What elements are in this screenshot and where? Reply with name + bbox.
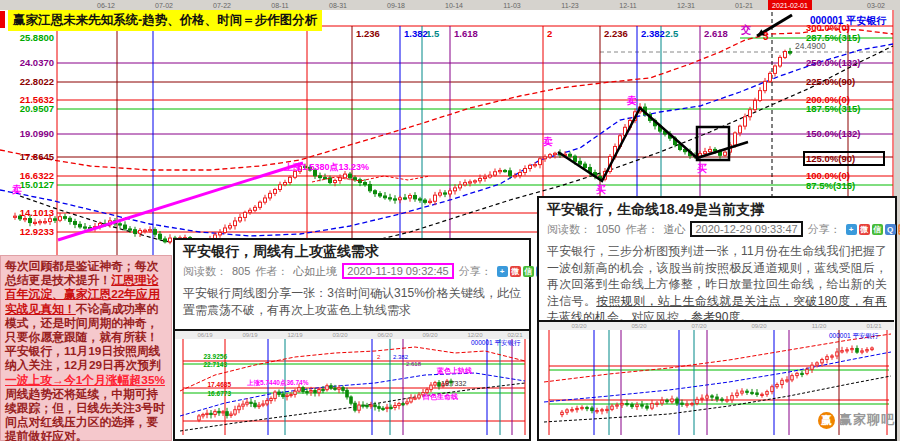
svg-text:2.382: 2.382 [393,354,409,360]
svg-text:1.236: 1.236 [356,28,380,39]
svg-text:08-31: 08-31 [329,2,347,9]
reads-label: 阅读数： [547,222,591,237]
svg-text:1.382: 1.382 [404,28,428,39]
popup-weekly-meta: 阅读数：805 作者：心如止境 2020-11-19 09:32:45 分享： … [183,263,521,279]
svg-text:18.7332: 18.7332 [441,380,466,387]
analyst-commentary-panel: 每次回顾都是鉴证神奇；每次总结更是技术提升！江恩理论百年沉淀、赢家江恩22年应用… [0,255,172,441]
weibo-icon[interactable]: 微 [859,224,870,235]
share-plus-icon[interactable]: + [497,266,508,277]
popup-weekly-analysis: 平安银行，周线有上攻蓝线需求 阅读数：805 作者：心如止境 2020-11-1… [173,238,531,441]
svg-text:12/19: 12/19 [287,332,303,338]
svg-text:2: 2 [377,354,381,360]
svg-text:07-02: 07-02 [155,2,173,9]
svg-text:24.0370: 24.0370 [20,57,54,68]
popup-daily-meta: 阅读数：1050 作者：道心 2020-12-29 09:33:47 分享： +… [547,221,887,237]
svg-text:87.5%(315): 87.5%(315) [806,180,855,191]
svg-text:01-21: 01-21 [735,2,753,9]
popup-weekly-body: 平安银行周线图分享一张：3倍时间确认315%价格关键线，此位置需震荡不破，有再次… [183,285,521,318]
share-plus-icon[interactable]: + [846,224,857,235]
svg-text:卖: 卖 [542,136,553,147]
svg-text:22.7143: 22.7143 [204,361,228,368]
svg-text:11-23: 11-23 [561,2,578,9]
svg-text:06/19: 06/19 [197,332,213,338]
svg-text:2: 2 [547,28,552,39]
popup-weekly-title: 平安银行，周线有上攻蓝线需求 [183,243,521,261]
author-name: 道心 [663,222,685,237]
yingjia-logo-icon: 赢 [818,412,835,429]
wechat-icon[interactable]: 信 [523,266,534,277]
svg-text:上涨1.5380点13.23%: 上涨1.5380点13.23% [283,162,369,172]
text-segment: 周线趋势还将延续，中期可持续跟踪；但，日线先关注3号时间点对红线压力区的选择，要… [5,387,165,441]
svg-text:000001 平安银行: 000001 平安银行 [829,332,879,339]
svg-text:08-11: 08-11 [271,2,288,9]
wechat-icon[interactable]: 信 [872,224,883,235]
svg-text:05/20: 05/20 [631,323,647,329]
svg-text:09/20: 09/20 [422,332,438,338]
popup-daily-title: 平安银行，生命线18.49是当前支撑 [547,201,887,219]
svg-text:09/20: 09/20 [751,323,767,329]
qq-icon[interactable]: Q [885,224,896,235]
reads-label: 阅读数： [183,264,227,279]
svg-text:24.4900: 24.4900 [795,41,826,51]
svg-text:19.0990: 19.0990 [20,128,54,139]
svg-text:17.8645: 17.8645 [20,151,55,162]
svg-text:225.0%(90): 225.0%(90) [806,76,855,87]
svg-text:2.382: 2.382 [641,28,665,39]
svg-text:187.5%(315): 187.5%(315) [806,103,860,114]
svg-text:07-22: 07-22 [213,2,231,9]
svg-text:25.8800: 25.8800 [20,32,54,43]
svg-text:12-11: 12-11 [619,2,636,9]
svg-text:22.8022: 22.8022 [20,76,54,87]
svg-text:150.0%(132): 150.0%(132) [806,128,860,139]
svg-text:买: 买 [596,184,606,195]
svg-text:03/20: 03/20 [332,332,348,338]
svg-text:2.236: 2.236 [604,28,628,39]
svg-text:06-12: 06-12 [97,2,115,9]
svg-text:卖: 卖 [11,184,22,195]
svg-text:01/21: 01/21 [866,323,882,329]
svg-text:2.618: 2.618 [704,28,728,39]
author-label: 作者： [255,264,288,279]
svg-text:03/20: 03/20 [571,323,587,329]
gann-analysis-app: 06-1207-0207-2208-1108-3109-1810-1411-03… [0,0,900,441]
svg-text:1.5: 1.5 [426,28,440,39]
svg-text:买: 买 [697,163,707,174]
svg-text:交: 交 [740,24,751,35]
share-label: 分享： [808,222,841,237]
site-watermark: 赢 赢家聊吧 [818,411,895,429]
weibo-icon[interactable]: 微 [510,266,521,277]
popup-daily-analysis: 平安银行，生命线18.49是当前支撑 阅读数：1050 作者：道心 2020-1… [537,196,897,441]
text-segment: 一波上攻→今1个月涨幅超35% [5,373,165,387]
svg-text:11/20: 11/20 [812,323,827,329]
svg-text:12/20: 12/20 [467,332,483,338]
svg-text:02/21: 02/21 [507,332,523,338]
svg-text:1.618: 1.618 [454,28,478,39]
svg-text:07/20: 07/20 [691,323,707,329]
svg-text:06/20: 06/20 [377,332,393,338]
weekly-mini-chart-frame: 06/1909/1912/1903/2006/2009/2012/2002/21… [175,329,529,439]
publish-date: 2020-11-19 09:32:45 [342,263,453,279]
svg-text:000001 平安银行: 000001 平安银行 [471,339,521,346]
svg-text:蓝色上轨线: 蓝色上轨线 [436,366,472,375]
svg-text:2.618: 2.618 [406,361,422,367]
reads-count: 805 [232,265,250,277]
svg-text:2.5: 2.5 [665,28,679,39]
svg-text:16.6773: 16.6773 [208,390,232,397]
svg-text:000001 平安银行: 000001 平安银行 [810,15,887,26]
author-label: 作者： [625,222,658,237]
publish-date: 2020-12-29 09:33:47 [690,221,802,237]
svg-text:14.1013: 14.1013 [20,207,54,218]
left-red-mark-icon [0,11,5,28]
svg-text:12-31: 12-31 [677,2,695,9]
title-banner: 赢家江恩未来先知系统-趋势、价格、时间＝步作图分析 [8,10,322,31]
svg-text:09/19: 09/19 [242,332,258,338]
svg-text:17.4685: 17.4685 [208,381,232,388]
svg-text:11-03: 11-03 [503,2,520,9]
svg-text:白色生命线: 白色生命线 [423,393,458,401]
svg-text:12.9233: 12.9233 [20,226,54,237]
author-name: 心如止境 [293,264,337,279]
share-icon-row: +微信Q空邮 [846,224,900,235]
svg-text:250.0%(132): 250.0%(132) [806,57,860,68]
svg-text:20.9507: 20.9507 [20,103,54,114]
svg-text:23.9256: 23.9256 [204,353,228,360]
